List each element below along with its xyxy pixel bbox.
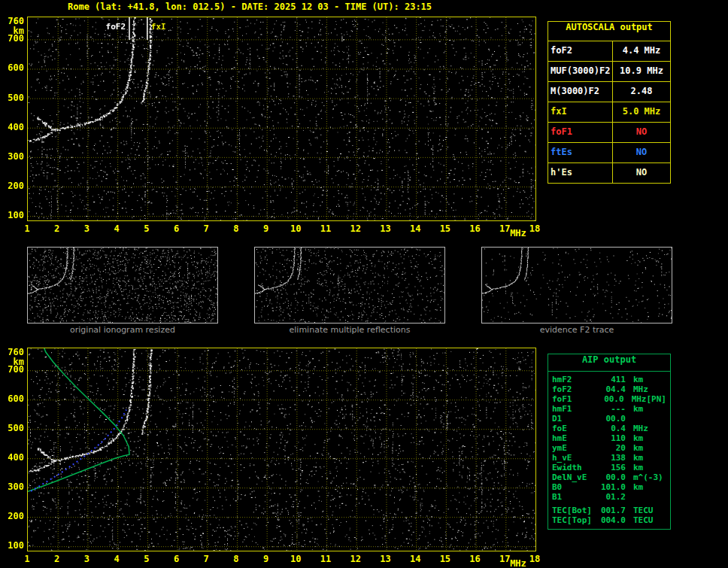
thumbnail-original-ionogram bbox=[27, 247, 218, 323]
y-axis-tick: 400 bbox=[3, 452, 24, 463]
y-axis-tick: 200 bbox=[3, 511, 24, 521]
x-axis-tick: 4 bbox=[108, 223, 125, 234]
aip-row-b1: B101.2 bbox=[552, 492, 670, 502]
x-axis-tick: 6 bbox=[168, 223, 185, 234]
x-axis-tick: 12 bbox=[347, 554, 364, 564]
autoscala-param-label: fxI bbox=[548, 102, 613, 122]
aip-row-d1: D100.0 bbox=[552, 414, 670, 424]
aip-row-b0: B0101.0km bbox=[552, 482, 670, 492]
aip-param-unit: km bbox=[626, 404, 643, 414]
aip-param-note: [PN] bbox=[647, 394, 671, 404]
x-axis-tick: 1 bbox=[19, 554, 35, 564]
autoscala-row-ftes: ftEsNO bbox=[548, 142, 670, 163]
y-axis-tick: 400 bbox=[3, 122, 24, 132]
y-axis-tick: 760 bbox=[3, 347, 24, 357]
aip-param-unit: MHz bbox=[624, 394, 647, 404]
thumbnail-caption-evidence: evidence F2 trace bbox=[481, 325, 672, 335]
page-title: Rome (lat: +41.8, lon: 012.5) - DATE: 20… bbox=[68, 2, 432, 12]
thumbnail-canvas-evidence bbox=[482, 248, 672, 323]
aip-row-tec-bot-: TEC[Bot]001.7TECU bbox=[552, 506, 670, 515]
autoscala-row-fxi: fxI5.0 MHz bbox=[548, 102, 670, 122]
top-ionogram-plot bbox=[27, 17, 536, 221]
aip-param-label: B0 bbox=[552, 482, 596, 492]
x-axis-tick: 10 bbox=[287, 223, 304, 234]
thumbnail-caption-reflections: eliminate multiple reflections bbox=[254, 325, 445, 335]
aip-param-label: foF1 bbox=[552, 394, 595, 404]
x-axis-tick: 9 bbox=[258, 223, 275, 234]
aip-row-h-ve: h_vE138km bbox=[552, 453, 670, 463]
aip-param-label: foF2 bbox=[552, 384, 596, 394]
x-axis-tick: 3 bbox=[78, 223, 95, 234]
autoscala-param-label: ftEs bbox=[548, 143, 613, 163]
x-axis-tick: 11 bbox=[317, 554, 334, 564]
x-axis-tick: 6 bbox=[168, 554, 185, 564]
x-axis-tick: 3 bbox=[78, 554, 95, 564]
x-axis-tick: 2 bbox=[49, 554, 65, 564]
aip-row-fof2: foF204.4MHz bbox=[552, 384, 670, 394]
thumbnail-evidence-f2-trace bbox=[481, 247, 672, 323]
autoscala-param-value: NO bbox=[613, 163, 670, 183]
x-axis-tick: 1 bbox=[19, 223, 35, 234]
aip-param-unit: TECU bbox=[626, 515, 654, 525]
aip-param-value: 01.2 bbox=[596, 492, 626, 502]
x-axis-tick: 16 bbox=[467, 223, 484, 234]
y-axis-tick: 500 bbox=[3, 93, 24, 103]
autoscala-param-label: foF1 bbox=[548, 123, 613, 142]
aip-param-label: hmE bbox=[552, 433, 596, 443]
autoscala-param-value: 10.9 MHz bbox=[613, 62, 670, 81]
y-axis-unit-label: km bbox=[3, 26, 24, 36]
aip-param-unit: km bbox=[626, 463, 643, 472]
aip-param-label: TEC[Bot] bbox=[552, 506, 596, 515]
x-axis-tick: 2 bbox=[49, 223, 65, 234]
aip-param-value: 156 bbox=[596, 463, 626, 472]
aip-param-value: 04.4 bbox=[596, 384, 626, 394]
x-axis-tick: 14 bbox=[407, 223, 423, 234]
aip-param-label: h_vE bbox=[552, 453, 596, 463]
aip-param-unit: MHz bbox=[626, 424, 648, 433]
x-axis-tick: 7 bbox=[198, 554, 214, 564]
aip-param-unit: MHz bbox=[626, 384, 648, 394]
aip-row-deln-ve: DelN_vE00.0m^(-3) bbox=[552, 472, 670, 482]
aip-param-unit bbox=[626, 492, 633, 502]
x-axis-tick: 9 bbox=[258, 554, 275, 564]
thumbnail-caption-original: original ionogram resized bbox=[27, 325, 218, 335]
aip-param-value: 00.0 bbox=[596, 472, 626, 482]
aip-row-hmf2: hmF2411km bbox=[552, 375, 670, 384]
y-axis-tick: 300 bbox=[3, 481, 24, 492]
aip-param-label: hmF2 bbox=[552, 375, 596, 384]
aip-row-foe: foE0.4MHz bbox=[552, 424, 670, 433]
aip-row-fof1: foF100.0MHz[PN] bbox=[552, 394, 670, 404]
aip-param-value: 00.0 bbox=[595, 394, 624, 404]
x-axis-unit-label: MHz bbox=[510, 558, 532, 568]
autoscala-row-muf-3000-f2: MUF(3000)F210.9 MHz bbox=[548, 61, 670, 81]
y-axis-tick: 100 bbox=[3, 210, 24, 220]
bottom-ionogram-canvas bbox=[28, 348, 535, 551]
aip-param-value: 20 bbox=[596, 443, 626, 453]
aip-table-body: hmF2411kmfoF204.4MHzfoF100.0MHz[PN]hmF1-… bbox=[548, 372, 670, 529]
thumbnail-canvas-reflections bbox=[255, 248, 444, 323]
aip-row-hme: hmE110km bbox=[552, 433, 670, 443]
aip-param-unit bbox=[626, 414, 633, 424]
aip-param-unit: km bbox=[626, 433, 643, 443]
aip-param-label: ymE bbox=[552, 443, 596, 453]
y-axis-tick: 600 bbox=[3, 62, 24, 73]
aip-param-value: 101.0 bbox=[596, 482, 626, 492]
autoscala-param-value: NO bbox=[613, 143, 670, 163]
autoscala-param-label: foF2 bbox=[548, 41, 613, 61]
bottom-ionogram-plot bbox=[27, 348, 536, 551]
autoscala-row-fof2: foF24.4 MHz bbox=[548, 41, 670, 61]
y-axis-tick: 600 bbox=[3, 393, 24, 404]
y-axis-unit-label: km bbox=[3, 357, 24, 367]
aip-param-value: 411 bbox=[596, 375, 626, 384]
x-axis-tick: 13 bbox=[377, 223, 393, 234]
aip-param-value: 001.7 bbox=[596, 506, 626, 515]
y-axis-tick: 300 bbox=[3, 151, 24, 162]
top-ionogram-canvas bbox=[28, 17, 535, 220]
y-axis-tick: 100 bbox=[3, 540, 24, 551]
x-axis-tick: 14 bbox=[407, 554, 423, 564]
aip-table-header: AIP output bbox=[548, 354, 670, 372]
y-axis-tick: 500 bbox=[3, 423, 24, 433]
x-axis-unit-label: MHz bbox=[510, 228, 532, 238]
x-axis-tick: 10 bbox=[287, 554, 304, 564]
x-axis-tick: 5 bbox=[138, 554, 155, 564]
